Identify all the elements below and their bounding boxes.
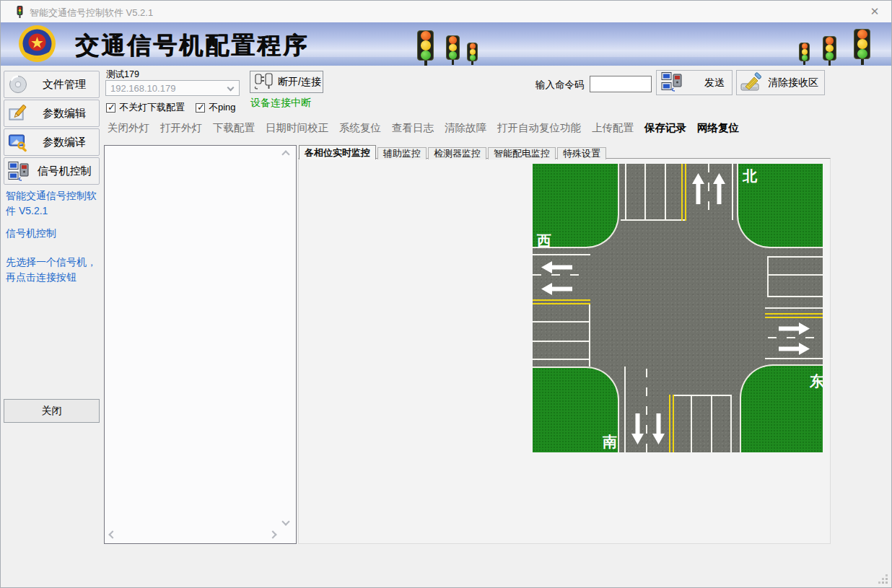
dashed-lane-line xyxy=(533,274,587,276)
arrow-down-marking xyxy=(631,413,644,444)
traffic-light-app-icon xyxy=(15,6,25,21)
traffic-light-decoration xyxy=(467,43,478,65)
tab-smart-power-monitor[interactable]: 智能配电监控 xyxy=(488,147,556,159)
arrow-right-marking xyxy=(779,343,810,355)
menu-item-datetime-calibration[interactable]: 日期时间校正 xyxy=(266,121,328,135)
scroll-down-arrow[interactable] xyxy=(281,517,289,525)
arrow-down-marking xyxy=(652,413,665,444)
signal-control-button[interactable]: 信号机控制 xyxy=(4,157,100,185)
lane-line xyxy=(732,164,733,220)
scroll-right-arrow[interactable] xyxy=(268,530,276,538)
direction-label-south: 南 xyxy=(603,432,617,452)
ip-address-combobox[interactable]: 192.168.10.179 xyxy=(105,80,240,96)
stop-line xyxy=(674,395,732,396)
no-ping-checkbox[interactable]: 不ping xyxy=(196,101,236,114)
clear-receive-label: 清除接收区 xyxy=(763,76,818,89)
lane-line xyxy=(765,307,823,309)
broom-icon xyxy=(740,71,763,95)
arrow-left-marking xyxy=(541,261,572,273)
action-menu: 关闭外灯 打开外灯 下载配置 日期时间校正 系统复位 查看日志 清除故障 打开自… xyxy=(108,121,829,135)
menu-item-auto-reset-function[interactable]: 打开自动复位功能 xyxy=(497,121,581,135)
menu-item-network-reset[interactable]: 网络复位 xyxy=(697,121,739,135)
tab-detector-monitor[interactable]: 检测器监控 xyxy=(428,147,486,159)
cd-icon xyxy=(8,74,30,95)
hint-text: 先选择一个信号机，再点击连接按钮 xyxy=(6,255,101,285)
title-bar: 智能交通信号控制软件 V5.2.1 ✕ xyxy=(1,1,891,22)
tab-auxiliary-monitor[interactable]: 辅助监控 xyxy=(377,147,427,159)
menu-item-system-reset[interactable]: 系统复位 xyxy=(339,121,381,135)
ip-address-value: 192.168.10.179 xyxy=(110,83,175,94)
close-panel-button[interactable]: 关闭 xyxy=(4,399,100,423)
header-banner: 交通信号机配置程序 xyxy=(1,22,891,66)
lane-line xyxy=(533,321,590,322)
compile-icon xyxy=(8,132,30,152)
direction-label-east: 东 xyxy=(810,372,823,391)
arrow-up-marking xyxy=(692,173,704,204)
scroll-left-arrow[interactable] xyxy=(108,530,116,538)
command-code-label: 输入命令码 xyxy=(535,79,585,92)
banner-title: 交通信号机配置程序 xyxy=(75,30,309,62)
resize-grip[interactable] xyxy=(878,574,888,584)
traffic-light-decoration xyxy=(446,35,460,65)
menu-item-clear-fault[interactable]: 清除故障 xyxy=(445,121,486,135)
receive-log-listbox[interactable] xyxy=(104,145,297,544)
scroll-up-arrow[interactable] xyxy=(281,150,289,158)
menu-item-open-outer-lights[interactable]: 打开外灯 xyxy=(160,121,202,135)
dashed-lane-line xyxy=(708,164,709,216)
command-code-input[interactable] xyxy=(590,76,652,92)
connection-status-text: 设备连接中断 xyxy=(250,97,311,110)
double-yellow-line xyxy=(681,164,686,221)
tab-realtime-phase-monitor[interactable]: 各相位实时监控 xyxy=(299,145,376,159)
mode-text: 信号机控制 xyxy=(6,226,101,241)
chevron-down-icon xyxy=(227,84,235,92)
lane-line xyxy=(730,396,732,452)
traffic-light-decoration xyxy=(799,43,810,65)
lane-line xyxy=(768,274,823,276)
stop-line xyxy=(589,304,590,367)
menu-item-download-config[interactable]: 下载配置 xyxy=(213,121,255,135)
close-window-button[interactable]: ✕ xyxy=(864,4,886,19)
no-light-off-label: 不关灯下载配置 xyxy=(119,101,185,114)
direction-label-north: 北 xyxy=(743,167,757,186)
dashed-lane-line xyxy=(768,337,823,338)
menu-item-save-record[interactable]: 保存记录 xyxy=(644,121,686,135)
signal-control-icon xyxy=(8,161,30,181)
signal-control-label: 信号机控制 xyxy=(30,164,99,178)
parameter-compile-button[interactable]: 参数编译 xyxy=(4,128,100,156)
send-label: 发送 xyxy=(683,76,725,89)
application-window: 智能交通信号控制软件 V5.2.1 ✕ 交通信号机配置程序 文件管理 xyxy=(0,0,892,588)
send-computers-icon xyxy=(661,71,683,95)
lane-line xyxy=(765,358,823,359)
direction-label-west: 西 xyxy=(537,232,551,251)
lane-line xyxy=(533,254,590,255)
menu-item-view-log[interactable]: 查看日志 xyxy=(392,121,434,135)
menu-item-close-outer-lights[interactable]: 关闭外灯 xyxy=(108,121,149,135)
lane-line xyxy=(665,164,666,221)
intersection-map: 北 西 东 南 xyxy=(533,164,823,452)
no-light-off-checkbox[interactable]: 不关灯下载配置 xyxy=(106,101,185,114)
menu-item-upload-config[interactable]: 上传配置 xyxy=(592,121,634,135)
send-button[interactable]: 发送 xyxy=(656,70,733,95)
clear-receive-button[interactable]: 清除接收区 xyxy=(736,70,825,95)
traffic-light-decoration xyxy=(823,36,836,66)
software-version-text: 智能交通信号控制软件 V5.2.1 xyxy=(6,188,101,219)
connect-disconnect-button[interactable]: 断开/连接 xyxy=(250,71,323,93)
stop-line xyxy=(767,256,769,297)
traffic-light-decoration xyxy=(417,30,434,66)
arrow-up-marking xyxy=(713,173,725,204)
lane-line xyxy=(691,396,692,452)
tab-special-settings[interactable]: 特殊设置 xyxy=(557,147,606,159)
arrow-left-marking xyxy=(541,283,572,295)
dashed-lane-line xyxy=(646,369,647,452)
parameter-compile-label: 参数编译 xyxy=(30,136,99,149)
lane-line xyxy=(711,396,712,452)
lane-line xyxy=(533,359,590,360)
lane-line xyxy=(768,256,823,258)
double-yellow-line xyxy=(669,395,674,452)
plug-icon xyxy=(254,72,274,92)
arrow-right-marking xyxy=(779,322,810,335)
file-management-button[interactable]: 文件管理 xyxy=(4,71,100,98)
parameter-edit-button[interactable]: 参数编辑 xyxy=(4,100,100,127)
file-management-label: 文件管理 xyxy=(30,78,99,92)
double-yellow-line xyxy=(765,313,823,318)
